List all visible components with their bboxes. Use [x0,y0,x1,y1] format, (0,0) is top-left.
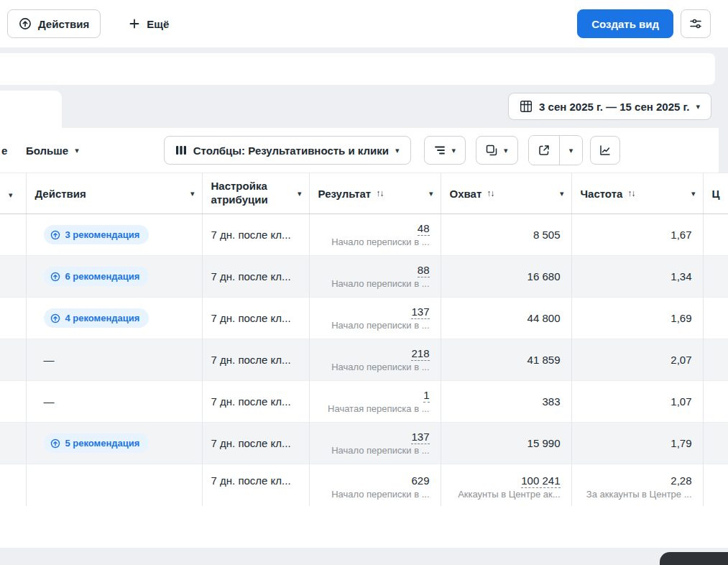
badge-label: 4 рекомендация [65,313,140,323]
result-value[interactable]: 1 [423,389,429,403]
columns-label: Столбцы: Результативность и клики [193,144,389,157]
actions-button[interactable]: Действия [7,9,101,38]
table-toolbar: е Больше Столбцы: Результативность и кли… [0,128,728,173]
table-header-row: Действия Настройка атрибуции Результат [0,173,728,214]
sliders-icon [688,17,703,31]
sort-icon[interactable] [376,188,383,198]
actions-cell: — [26,339,202,381]
clipped-corner-widget[interactable] [660,552,728,565]
recommendation-badge[interactable]: 3 рекомендация [44,225,149,244]
column-header-attribution[interactable]: Настройка атрибуции [202,173,309,214]
sort-icon[interactable] [627,188,635,198]
result-subtext: Начало переписки в ... [321,320,430,331]
attribution-cell: 7 дн. после кл... [202,464,309,506]
export-button[interactable] [529,136,559,165]
breakdown-icon [434,144,446,156]
attribution-cell: 7 дн. после кл... [202,381,309,423]
attribution-cell: 7 дн. после кл... [202,214,309,256]
totals-row[interactable]: 7 дн. после кл... 629 Начало переписки в… [0,464,728,506]
date-range-picker[interactable]: 3 сен 2025 г. — 15 сен 2025 г. [508,93,711,120]
result-cell: 88 Начало переписки в ... [309,256,441,298]
line-chart-icon [599,144,611,156]
result-cell: 48 Начало переписки в ... [309,214,441,256]
active-tab-partial[interactable] [0,91,62,128]
boost-icon [50,230,60,240]
table-row[interactable]: 3 рекомендация 7 дн. после кл... 48 Нача… [0,214,728,256]
clipped-left-button[interactable]: е [0,144,11,157]
export-options-button[interactable] [559,136,583,165]
no-actions-dash: — [44,395,55,408]
frequency-total-value: 2,28 [671,474,691,487]
reach-cell: 16 680 [441,256,571,298]
chevron-down-icon [569,147,573,155]
results-table: Действия Настройка атрибуции Результат [0,173,728,506]
table-row[interactable]: 4 рекомендация 7 дн. после кл... 137 Нач… [0,298,728,339]
create-view-label: Создать вид [591,18,659,30]
recommendation-badge[interactable]: 5 рекомендация [44,433,149,453]
result-cell: 629 Начало переписки в ... [309,464,441,506]
sort-icon[interactable] [487,188,494,198]
column-header-actions[interactable]: Действия [26,173,202,214]
column-header-stub[interactable] [0,173,26,214]
actions-label: Действия [38,18,89,30]
chevron-down-icon[interactable] [560,190,564,198]
columns-dropdown[interactable]: Столбцы: Результативность и клики [164,136,411,165]
result-cell: 1 Начатая переписка в ... [309,381,441,423]
boost-icon [50,272,60,282]
badge-label: 5 рекомендация [65,438,140,449]
boost-icon [19,17,32,30]
result-cell: 218 Начало переписки в ... [309,339,441,381]
result-value[interactable]: 88 [418,264,430,277]
filter-strip [0,53,715,85]
result-value[interactable]: 218 [411,347,429,361]
table-row[interactable]: — 7 дн. после кл... 218 Начало переписки… [0,339,728,381]
reports-dropdown[interactable] [476,136,518,165]
export-icon [538,144,550,156]
badge-label: 6 рекомендация [65,271,140,282]
chevron-down-icon [504,147,508,155]
result-subtext: Начало переписки в ... [321,236,430,247]
table-row[interactable]: 6 рекомендация 7 дн. после кл... 88 Нача… [0,256,728,298]
table-row[interactable]: — 7 дн. после кл... 1 Начатая переписка … [0,381,728,423]
chevron-down-icon [452,147,456,155]
recommendation-badge[interactable]: 4 рекомендация [44,308,149,328]
boost-icon [50,313,60,323]
column-header-result[interactable]: Результат [309,173,441,214]
table-row[interactable]: 5 рекомендация 7 дн. после кл... 137 Нач… [0,423,728,464]
frequency-cell: 1,67 [571,214,703,256]
result-value[interactable]: 48 [418,222,430,236]
more-dropdown[interactable]: Больше [20,136,85,165]
create-view-button[interactable]: Создать вид [577,9,673,38]
chevron-down-icon[interactable] [9,191,13,199]
chevron-down-icon[interactable] [429,190,433,198]
result-cell: 137 Начало переписки в ... [309,423,441,464]
chevron-down-icon [696,103,700,111]
result-value[interactable]: 137 [411,306,429,319]
more-button[interactable]: Ещё [118,9,180,38]
more-label: Ещё [147,18,169,30]
more-dropdown-label: Больше [26,144,68,157]
settings-button[interactable] [681,9,711,38]
reach-total-value[interactable]: 100 241 [521,474,560,488]
reach-cell: 8 505 [441,214,571,256]
breakdown-dropdown[interactable] [424,136,466,165]
charts-button[interactable] [590,136,620,165]
frequency-cell: 2,07 [571,339,703,381]
actions-cell: 4 рекомендация [26,298,202,339]
chevron-down-icon[interactable] [298,190,302,198]
reach-total-subtext: Аккаунты в Центре ак... [452,489,561,500]
panel-corner-notch [719,128,728,173]
frequency-cell: 1,34 [571,256,703,298]
column-header-clipped[interactable]: Ц [703,173,728,214]
tabs-row: 3 сен 2025 г. — 15 сен 2025 г. [0,85,728,128]
result-value[interactable]: 137 [411,431,429,444]
column-header-reach[interactable]: Охват [441,173,571,214]
actions-cell [26,464,202,506]
chevron-down-icon[interactable] [691,190,696,198]
recommendation-badge[interactable]: 6 рекомендация [44,267,149,286]
result-total-value: 629 [411,474,429,487]
chevron-down-icon[interactable] [190,190,195,198]
column-header-frequency[interactable]: Частота [571,173,703,214]
result-total-subtext: Начало переписки в ... [321,489,430,500]
frequency-cell: 2,28 За аккаунты в Центре ... [571,464,703,506]
